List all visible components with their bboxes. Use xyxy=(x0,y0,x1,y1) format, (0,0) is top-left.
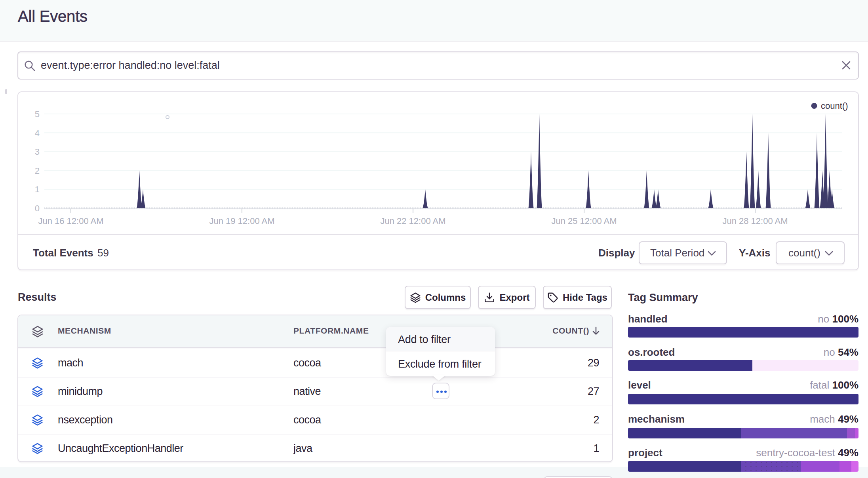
svg-text:Jun 19 12:00 AM: Jun 19 12:00 AM xyxy=(209,216,274,226)
svg-text:Jun 22 12:00 AM: Jun 22 12:00 AM xyxy=(380,216,445,226)
svg-text:4: 4 xyxy=(35,128,40,138)
svg-text:Jun 28 12:00 AM: Jun 28 12:00 AM xyxy=(722,216,788,226)
svg-text:1: 1 xyxy=(35,184,40,194)
svg-text:count(): count() xyxy=(821,101,848,111)
svg-text:Jun 16 12:00 AM: Jun 16 12:00 AM xyxy=(38,216,103,226)
svg-text:0: 0 xyxy=(35,203,40,213)
svg-text:2: 2 xyxy=(35,166,40,176)
svg-text:Jun 25 12:00 AM: Jun 25 12:00 AM xyxy=(551,216,617,226)
svg-text:3: 3 xyxy=(35,147,40,157)
svg-text:5: 5 xyxy=(35,109,40,119)
